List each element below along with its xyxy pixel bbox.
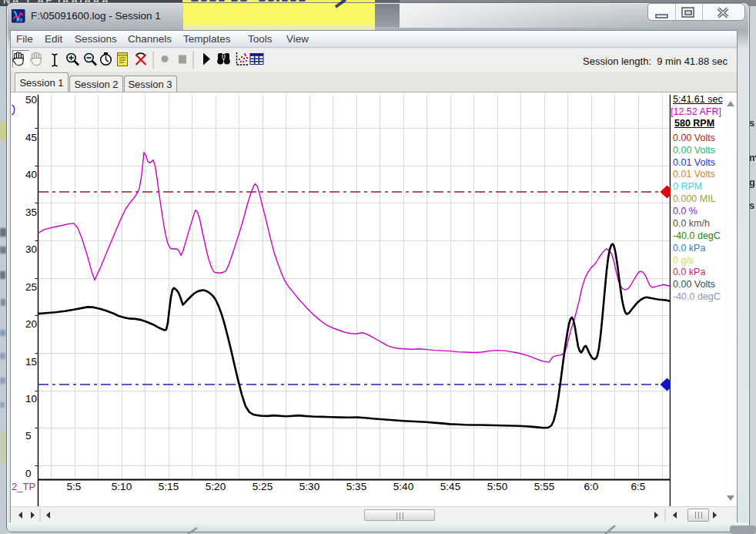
svg-text:3.0: 3.0	[16, 18, 23, 22]
